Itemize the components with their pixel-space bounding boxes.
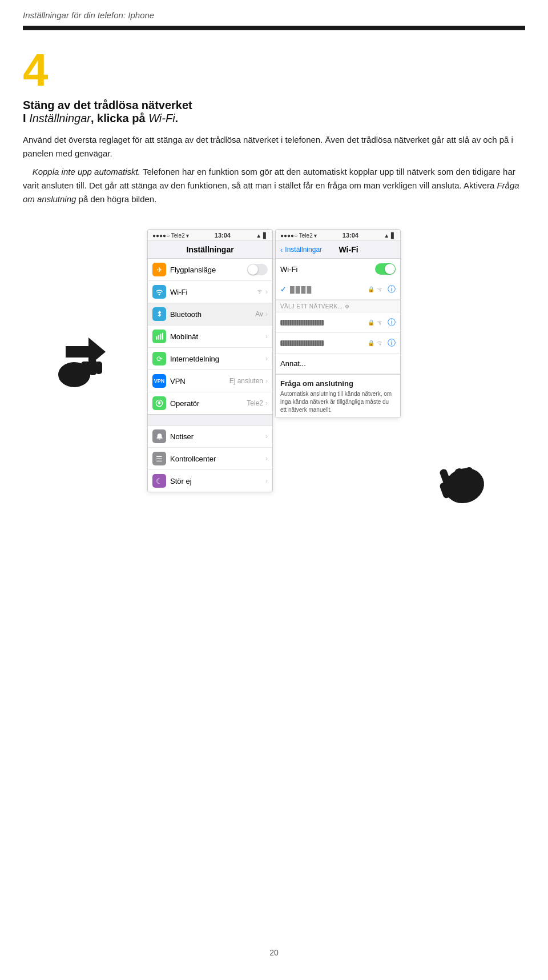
stor-ej-chevron: ›	[265, 477, 268, 485]
nav-bar-right: ‹ Inställningar Wi-Fi	[276, 241, 400, 259]
step-number: 4	[23, 47, 525, 93]
body-para2: Koppla inte upp automatiskt. Telefonen h…	[23, 165, 525, 206]
hand-right-icon	[428, 435, 491, 509]
connected-network-row[interactable]: ✓ ████ 🔒 ⓘ	[276, 279, 400, 300]
network-2-icons: 🔒	[368, 340, 383, 347]
mobilnat-chevron: ›	[265, 332, 268, 340]
wifi-strength-icon	[376, 286, 383, 293]
vpn-icon: VPN	[152, 374, 166, 388]
internetdelning-chevron: ›	[265, 355, 268, 363]
wifi-nav-title: Wi-Fi	[339, 245, 358, 254]
main-content: Stäng av det trådlösa nätverket I Instäl…	[0, 99, 548, 492]
network-1-icons: 🔒	[368, 319, 383, 326]
ask-title: Fråga om anslutning	[280, 379, 396, 388]
bluetooth-chevron: ›	[265, 310, 268, 318]
notiser-label: Notiser	[170, 432, 265, 441]
internetdelning-icon: ⟳	[152, 352, 166, 366]
internetdelning-label: Internetdelning	[170, 355, 265, 363]
kontrollcenter-icon: ☰	[152, 452, 166, 465]
row-wifi[interactable]: Wi-Fi ›	[148, 281, 272, 303]
svg-rect-3	[72, 365, 80, 380]
wifi-icon	[152, 285, 166, 299]
wifi-check-icon: ✓	[280, 285, 287, 294]
row-wifi-toggle[interactable]: Wi-Fi	[276, 259, 400, 279]
status-icons-left: ▲ ▋	[256, 232, 268, 239]
ask-section: Fråga om anslutning Automatisk anslutnin…	[276, 374, 400, 417]
section-title: Stäng av det trådlösa nätverket I Instäl…	[23, 99, 525, 125]
notiser-icon	[152, 429, 166, 443]
wifi-value	[256, 288, 263, 296]
row-vpn[interactable]: VPN VPN Ej ansluten ›	[148, 370, 272, 392]
settings-section-2: Notiser › ☰ Kontrollcenter › ☾ Stör ej ›	[148, 425, 272, 492]
network-row-1[interactable]: 🔒 ⓘ	[276, 312, 400, 333]
operator-chevron: ›	[265, 399, 268, 407]
header-text: Inställningar för din telefon: Iphone	[23, 10, 154, 20]
wifi-toggle-section: Wi-Fi	[276, 259, 400, 279]
network-row-2[interactable]: 🔒 ⓘ	[276, 333, 400, 354]
row-mobilnat[interactable]: Mobilnät ›	[148, 326, 272, 348]
connected-info-btn[interactable]: ⓘ	[388, 284, 396, 295]
bluetooth-icon	[152, 307, 166, 321]
page-header: Inställningar för din telefon: Iphone	[0, 0, 548, 26]
choose-network-header: VÄLJ ETT NÄTVERK... ⚙	[276, 300, 400, 312]
body-para1: Använd det översta reglaget för att stän…	[23, 133, 525, 160]
flygplanslage-label: Flygplansläge	[170, 266, 247, 274]
phone-right: ●●●●○ Tele2 ▾ 13:04 ▲ ▋ ‹ Inställningar …	[275, 229, 401, 418]
page-number: 20	[0, 937, 548, 969]
wifi-toggle-label: Wi-Fi	[280, 265, 375, 274]
row-bluetooth[interactable]: Bluetooth Av ›	[148, 303, 272, 326]
network-2-info[interactable]: ⓘ	[388, 338, 396, 348]
notiser-chevron: ›	[265, 432, 268, 440]
lock-icon: 🔒	[368, 286, 374, 292]
annat-label: Annat...	[280, 359, 396, 368]
screenshots-area: ●●●●○ Tele2 ▾ 13:04 ▲ ▋ Inställningar ✈ …	[23, 229, 525, 492]
section-divider-left	[148, 414, 272, 425]
row-operator[interactable]: Operatör Tele2 ›	[148, 392, 272, 414]
phone-left: ●●●●○ Tele2 ▾ 13:04 ▲ ▋ Inställningar ✈ …	[147, 229, 273, 492]
stor-ej-label: Stör ej	[170, 477, 265, 485]
status-bar-left: ●●●●○ Tele2 ▾ 13:04 ▲ ▋	[148, 230, 272, 241]
status-bar-right: ●●●●○ Tele2 ▾ 13:04 ▲ ▋	[276, 230, 400, 241]
row-kontrollcenter[interactable]: ☰ Kontrollcenter ›	[148, 448, 272, 470]
annat-row[interactable]: Annat...	[276, 354, 400, 374]
bluetooth-label: Bluetooth	[170, 310, 255, 319]
lock-icon-2: 🔒	[368, 340, 374, 346]
svg-rect-6	[95, 362, 102, 374]
flygplanslage-icon: ✈	[152, 263, 166, 276]
vpn-label: VPN	[170, 377, 229, 385]
connected-name: ████	[290, 285, 368, 294]
svg-rect-9	[160, 334, 161, 340]
nav-bar-left: Inställningar	[148, 241, 272, 259]
wifi-icon-2	[376, 340, 383, 347]
operator-label: Operatör	[170, 399, 247, 408]
row-stor-ej[interactable]: ☾ Stör ej ›	[148, 470, 272, 492]
network-name-blurred-2	[280, 340, 324, 346]
back-label[interactable]: Inställningar	[285, 246, 322, 254]
svg-rect-8	[158, 335, 159, 340]
svg-rect-10	[162, 333, 163, 340]
network-1-info[interactable]: ⓘ	[388, 318, 396, 328]
operator-left: ●●●●○ Tele2 ▾	[152, 232, 189, 239]
back-arrow-icon[interactable]: ‹	[280, 246, 283, 254]
vpn-chevron: ›	[265, 377, 268, 385]
operator-icon	[152, 396, 166, 410]
time-left: 13:04	[215, 232, 231, 239]
settings-section-1: ✈ Flygplansläge Wi-Fi ›	[148, 259, 272, 414]
network-name-blurred-1	[280, 320, 324, 326]
connected-section: ✓ ████ 🔒 ⓘ	[276, 279, 400, 300]
lock-icon-1: 🔒	[368, 319, 374, 326]
flygplanslage-toggle[interactable]	[247, 264, 268, 275]
svg-rect-4	[63, 367, 71, 380]
wifi-chevron: ›	[265, 288, 268, 296]
wifi-toggle-switch[interactable]	[375, 263, 396, 275]
top-bar	[23, 26, 525, 30]
vpn-value: Ej ansluten	[229, 377, 263, 385]
status-icons-right: ▲ ▋	[384, 232, 396, 239]
row-internetdelning[interactable]: ⟳ Internetdelning ›	[148, 348, 272, 370]
network-list: 🔒 ⓘ 🔒	[276, 312, 400, 374]
wifi-label: Wi-Fi	[170, 288, 256, 296]
row-notiser[interactable]: Notiser ›	[148, 425, 272, 448]
svg-rect-7	[156, 336, 157, 340]
time-right: 13:04	[342, 232, 358, 239]
kontrollcenter-chevron: ›	[265, 455, 268, 463]
